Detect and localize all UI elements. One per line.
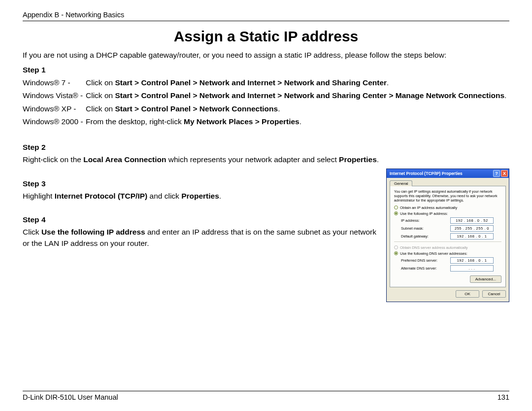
step4-text: Click Use the following IP address and e… xyxy=(23,226,377,249)
radio-use-following-ip[interactable]: Use the following IP address: xyxy=(394,211,501,216)
text: From the desktop, right-click xyxy=(86,117,184,126)
default-gateway-input[interactable]: 192 . 168 . 0 . 1 xyxy=(450,233,494,240)
radio-label: Obtain an IP address automatically xyxy=(400,206,457,210)
radio-label: Use the following IP address: xyxy=(400,211,448,216)
bold: Local Area Connection xyxy=(83,155,166,164)
step3-heading: Step 3 xyxy=(23,179,377,188)
dialog-title-text: Internet Protocol (TCP/IP) Properties xyxy=(390,171,463,176)
tab-general[interactable]: General xyxy=(390,180,412,186)
radio-icon xyxy=(394,245,398,249)
step2-text: Right-click on the Local Area Connection… xyxy=(23,154,509,165)
text: Click xyxy=(23,228,41,236)
radio-icon xyxy=(394,206,398,209)
subnet-mask-input[interactable]: 255 . 255 . 255 . 0 xyxy=(450,225,494,232)
os-desc: Click on Start > Control Panel > Network… xyxy=(86,76,509,89)
dialog-body: You can get IP settings assigned automat… xyxy=(390,186,506,287)
text: . xyxy=(387,78,389,87)
os-label: Windows® XP - xyxy=(23,103,86,115)
os-label: Windows® 7 - xyxy=(23,76,86,89)
text: Click on xyxy=(86,104,115,113)
field-default-gateway: Default gateway: 192 . 168 . 0 . 1 xyxy=(401,233,501,240)
bold: Use the following IP address xyxy=(41,228,145,236)
os-desc: From the desktop, right-click My Network… xyxy=(86,115,509,128)
radio-use-following-dns[interactable]: Use the following DNS server addresses: xyxy=(394,251,501,256)
field-label: Subnet mask: xyxy=(401,226,450,231)
ok-button[interactable]: OK xyxy=(456,290,479,298)
path-bold: My Network Places > Properties xyxy=(184,117,299,126)
radio-icon xyxy=(394,251,398,255)
footer-manual-name: D-Link DIR-510L User Manual xyxy=(23,393,118,401)
text: . xyxy=(299,117,301,126)
field-preferred-dns: Preferred DNS server: 192 . 168 . 0 . 1 xyxy=(401,257,501,264)
os-desc: Click on Start > Control Panel > Network… xyxy=(86,89,509,102)
step1-row-win7: Windows® 7 - Click on Start > Control Pa… xyxy=(23,76,509,89)
text: which represents your network adapter an… xyxy=(166,155,339,164)
text: Click on xyxy=(86,78,115,87)
step1-row-vista: Windows Vista® - Click on Start > Contro… xyxy=(23,89,509,102)
field-label: Alternate DNS server: xyxy=(401,266,450,271)
bold: Properties xyxy=(181,192,219,200)
dialog-info-text: You can get IP settings assigned automat… xyxy=(394,189,501,203)
text: Right-click on the xyxy=(23,155,83,164)
field-label: Preferred DNS server: xyxy=(401,258,450,263)
text: . xyxy=(278,104,280,113)
step1-heading: Step 1 xyxy=(23,66,509,74)
field-ip-address: IP address: 192 . 168 . 0 . 52 xyxy=(401,217,501,224)
page-footer: D-Link DIR-510L User Manual 131 xyxy=(23,391,509,401)
radio-label: Obtain DNS server address automatically xyxy=(400,245,468,250)
field-subnet-mask: Subnet mask: 255 . 255 . 255 . 0 xyxy=(401,225,501,232)
advanced-button[interactable]: Advanced... xyxy=(470,275,501,283)
page-title: Assign a Static IP address xyxy=(23,28,509,45)
path-bold: Start > Control Panel > Network and Inte… xyxy=(115,91,504,100)
step4-heading: Step 4 xyxy=(23,215,377,224)
footer-page-number: 131 xyxy=(498,393,509,401)
path-bold: Start > Control Panel > Network and Inte… xyxy=(115,78,387,87)
preferred-dns-input[interactable]: 192 . 168 . 0 . 1 xyxy=(450,257,494,264)
step1-row-2000: Windows® 2000 - From the desktop, right-… xyxy=(23,115,509,128)
text: Click on xyxy=(86,91,115,100)
appendix-header: Appendix B - Networking Basics xyxy=(23,11,509,21)
field-label: Default gateway: xyxy=(401,234,450,239)
alternate-dns-input[interactable]: . . . xyxy=(450,265,494,272)
close-icon[interactable]: X xyxy=(501,170,508,177)
os-label: Windows® 2000 - xyxy=(23,115,86,128)
text: . xyxy=(219,192,221,200)
ip-address-input[interactable]: 192 . 168 . 0 . 52 xyxy=(450,217,494,224)
radio-obtain-ip-auto[interactable]: Obtain an IP address automatically xyxy=(394,206,501,210)
intro-text: If you are not using a DHCP capable gate… xyxy=(23,51,509,60)
path-bold: Start > Control Panel > Network Connecti… xyxy=(115,104,278,113)
radio-label: Use the following DNS server addresses: xyxy=(400,251,467,256)
step3-text: Highlight Internet Protocol (TCP/IP) and… xyxy=(23,190,377,202)
radio-icon xyxy=(394,211,398,215)
step1-row-xp: Windows® XP - Click on Start > Control P… xyxy=(23,103,509,115)
os-desc: Click on Start > Control Panel > Network… xyxy=(86,103,509,115)
os-label: Windows Vista® - xyxy=(23,89,86,102)
tcpip-properties-dialog: Internet Protocol (TCP/IP) Properties ? … xyxy=(386,169,509,302)
field-label: IP address: xyxy=(401,218,450,223)
bold: Properties xyxy=(339,155,377,164)
field-alternate-dns: Alternate DNS server: . . . xyxy=(401,265,501,272)
help-icon[interactable]: ? xyxy=(493,170,500,177)
text: . xyxy=(377,155,379,164)
dialog-titlebar[interactable]: Internet Protocol (TCP/IP) Properties ? … xyxy=(387,169,509,178)
step2-heading: Step 2 xyxy=(23,143,509,152)
bold: Internet Protocol (TCP/IP) xyxy=(55,192,148,200)
text: Highlight xyxy=(23,192,55,200)
radio-obtain-dns-auto: Obtain DNS server address automatically xyxy=(394,245,501,250)
text: . xyxy=(504,91,506,100)
text: and click xyxy=(147,192,181,200)
cancel-button[interactable]: Cancel xyxy=(482,290,506,298)
